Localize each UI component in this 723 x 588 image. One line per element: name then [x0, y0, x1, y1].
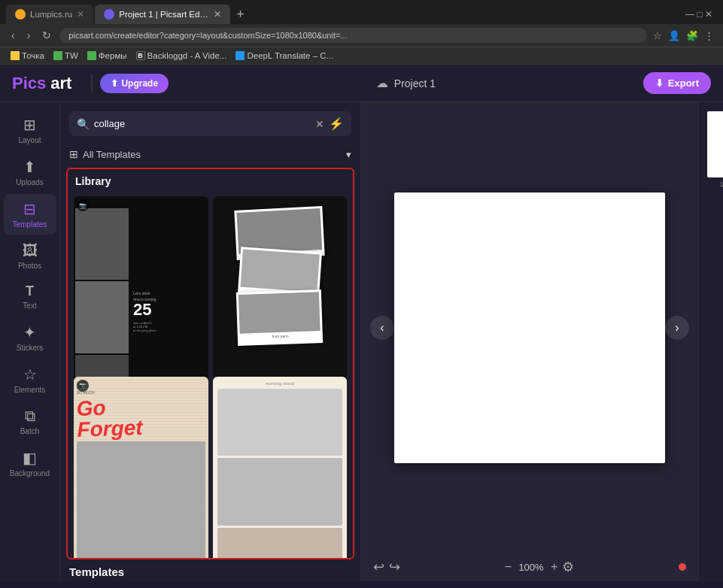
layout-icon: ⊞	[23, 116, 36, 134]
tmpl2-caption: from paris	[240, 332, 320, 340]
extensions-icon[interactable]: 🧩	[685, 29, 700, 43]
tmpl2-polaroid3: from paris	[236, 289, 324, 346]
tab-picsart[interactable]: Project 1 | Picsart Editor ✕	[95, 5, 230, 24]
tmpl3-photo	[77, 441, 205, 559]
bookmark-label-tw: TW	[65, 51, 78, 60]
canvas-nav: ‹ ›	[361, 102, 698, 553]
address-bar: ‹ › ↻ ☆ 👤 🧩 ⋮	[0, 24, 723, 47]
new-tab-button[interactable]: +	[232, 5, 249, 24]
cloud-icon: ☁	[376, 76, 388, 90]
tab-lumpics[interactable]: Lumpics.ru ✕	[6, 5, 93, 24]
browser-chrome: Lumpics.ru ✕ Project 1 | Picsart Editor …	[0, 0, 723, 65]
tab-label-picsart: Project 1 | Picsart Editor	[119, 10, 209, 19]
sidebar-label-stickers: Stickers	[17, 344, 44, 352]
canvas-area: ‹ › ↩ ↪ − 100% + ⚙	[361, 102, 698, 581]
tmpl1-text1: Let's drink	[133, 291, 205, 296]
sidebar-label-batch: Batch	[20, 427, 40, 435]
logo-divider	[91, 74, 93, 92]
uploads-icon: ⬆	[23, 158, 36, 176]
app-logo: Picsart	[12, 74, 71, 93]
zoom-percent: 100%	[516, 562, 546, 573]
app-header: Picsart ⬆ Upgrade ☁ Project 1 ⬇ Export	[0, 65, 723, 102]
tmpl1-num: 25	[133, 302, 205, 318]
canvas-left-arrow[interactable]: ‹	[370, 316, 394, 340]
sidebar-label-photos: Photos	[18, 262, 41, 270]
sidebar-item-stickers[interactable]: ✦ Stickers	[4, 317, 56, 358]
profile-icon[interactable]: 👤	[667, 29, 682, 43]
template-card-3[interactable]: 📷 LOVEYOUSO MUCH GoForget	[74, 377, 208, 559]
sidebar-item-templates[interactable]: ⊟ Templates	[4, 194, 56, 235]
redo-button[interactable]: ↪	[389, 559, 400, 575]
tmpl4-photo3	[217, 528, 343, 558]
tab-bar: Lumpics.ru ✕ Project 1 | Picsart Editor …	[0, 0, 723, 24]
clear-search-button[interactable]: ✕	[315, 118, 324, 130]
sidebar-item-layout[interactable]: ⊞ Layout	[4, 110, 56, 150]
tmpl4-photo1	[217, 389, 343, 456]
stickers-icon: ✦	[23, 323, 36, 341]
bookmark-backloggd[interactable]: B Backloggd - A Vide...	[133, 50, 230, 61]
filter-button[interactable]: ⚡	[329, 117, 344, 131]
forward-button[interactable]: ›	[23, 28, 35, 43]
app: Picsart ⬆ Upgrade ☁ Project 1 ⬇ Export ⊞…	[0, 65, 723, 581]
batch-icon: ⧉	[25, 408, 35, 425]
tmpl3-layout: LOVEYOUSO MUCH GoForget	[74, 377, 208, 559]
export-icon: ⬇	[655, 77, 664, 89]
canvas[interactable]	[394, 192, 665, 463]
upgrade-button[interactable]: ⬆ Upgrade	[100, 74, 169, 93]
bookmark-star-icon[interactable]: ☆	[652, 29, 664, 43]
undo-button[interactable]: ↩	[373, 559, 384, 575]
back-button[interactable]: ‹	[8, 28, 19, 43]
sidebar-item-text[interactable]: T Text	[4, 277, 56, 316]
upgrade-icon: ⬆	[111, 78, 118, 89]
undo-redo-controls: ↩ ↪	[373, 559, 400, 575]
templates-panel: 🔍 ✕ ⚡ ⊞ All Templates ▾ Library	[60, 102, 361, 581]
sidebar-label-uploads: Uploads	[16, 178, 44, 186]
all-templates-row[interactable]: ⊞ All Templates ▾	[60, 145, 360, 168]
grid-icon: ⊞	[69, 148, 78, 160]
sidebar-label-background: Background	[10, 469, 50, 477]
sidebar-label-elements: Elements	[14, 386, 46, 394]
zoom-control: − 100% + ⚙	[505, 559, 575, 575]
library-title: Library	[68, 169, 353, 193]
templates-panel-title: Templates	[60, 559, 360, 581]
reload-button[interactable]: ↻	[38, 28, 55, 43]
canvas-footer: ↩ ↪ − 100% + ⚙	[361, 553, 698, 581]
tmpl1-photo2	[75, 281, 129, 353]
upgrade-label: Upgrade	[121, 78, 158, 89]
search-row: 🔍 ✕ ⚡	[69, 111, 351, 136]
bookmark-favicon-tw	[53, 51, 62, 60]
sidebar-item-uploads[interactable]: ⬆ Uploads	[4, 152, 56, 192]
right-preview-panel: 1080x1080px	[698, 102, 723, 581]
search-input[interactable]	[94, 118, 311, 129]
sidebar-item-elements[interactable]: ☆ Elements	[4, 359, 56, 400]
tmpl3-top-text: LOVEYOUSO MUCH	[77, 381, 205, 395]
zoom-out-button[interactable]: −	[505, 560, 512, 574]
bookmark-favicon-fermy	[87, 51, 96, 60]
text-icon: T	[26, 283, 34, 299]
bookmark-label-fermy: Фермы	[99, 51, 127, 60]
export-button[interactable]: ⬇ Export	[643, 72, 711, 94]
sidebar-item-background[interactable]: ◧ Background	[4, 443, 56, 483]
photos-icon: 🖼	[23, 242, 38, 259]
sidebar-item-photos[interactable]: 🖼 Photos	[4, 236, 56, 276]
template-card-4[interactable]: morning mood my home	[213, 377, 348, 559]
export-label: Export	[668, 77, 699, 89]
address-input[interactable]	[59, 28, 647, 43]
tab-favicon-picsart	[104, 9, 114, 20]
bookmark-fermy[interactable]: Фермы	[84, 50, 130, 61]
bookmark-tochka[interactable]: Точка	[8, 50, 47, 61]
bookmark-favicon-tochka	[11, 51, 20, 60]
bookmark-tw[interactable]: TW	[50, 50, 81, 61]
tab-close-lumpics[interactable]: ✕	[77, 9, 84, 20]
sidebar: ⊞ Layout ⬆ Uploads ⊟ Templates 🖼 Photos …	[0, 102, 60, 581]
tmpl4-photo2	[217, 458, 343, 526]
tab-close-picsart[interactable]: ✕	[214, 9, 221, 20]
zoom-in-button[interactable]: +	[551, 560, 557, 574]
sidebar-item-batch[interactable]: ⧉ Batch	[4, 402, 56, 441]
canvas-right-arrow[interactable]: ›	[665, 316, 689, 340]
settings-button[interactable]: ⚙	[562, 559, 574, 575]
mini-canvas-preview[interactable]	[707, 111, 724, 177]
menu-icon[interactable]: ⋮	[703, 29, 715, 43]
tmpl2-img2	[240, 250, 319, 292]
bookmark-deepl[interactable]: DeepL Translate – C...	[232, 50, 336, 61]
